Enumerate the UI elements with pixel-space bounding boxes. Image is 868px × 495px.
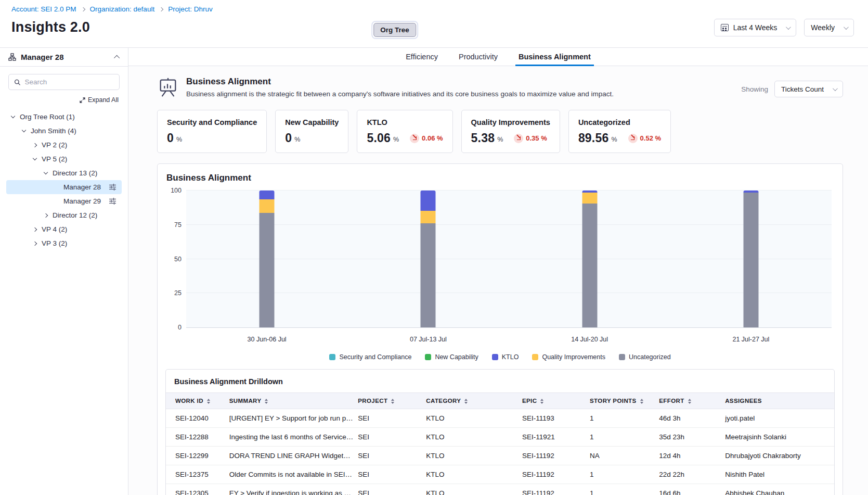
breadcrumb-link[interactable]: Account: SEI 2.0 PM [11,5,76,13]
drilldown-title: Business Alignment Drilldown [166,370,834,392]
sort-icon[interactable] [688,399,691,404]
legend-item-quality-improvements[interactable]: Quality Improvements [532,353,605,361]
bar-segment-quality-improvements[interactable] [260,199,275,213]
tree-item-label: Director 12 (2) [53,211,97,219]
gridline [186,293,832,293]
org-tree: Org Tree Root (1)John Smith (4)VP 2 (2)V… [0,110,128,250]
business-alignment-content: Business Alignment Business alignment is… [128,66,868,495]
column-header-assignees: Assignees [725,393,834,409]
cell-story-points: 1 [590,484,659,495]
bar-segment-ktlo[interactable] [421,191,436,211]
table-row[interactable]: SEI-12299DORA TREND LINE GRAPH Widgets i… [166,447,834,465]
breadcrumb-separator-icon [159,7,163,11]
org-tree-button[interactable]: Org Tree [373,23,416,37]
filter-settings-icon[interactable] [109,197,116,207]
sort-icon[interactable] [391,399,394,404]
metric-card-title: Uncategorized [578,118,661,126]
bar-segment-quality-improvements[interactable] [421,211,436,223]
table-row[interactable]: SEI-12288Ingesting the last 6 months of … [166,428,834,447]
breadcrumb-link[interactable]: Project: Dhruv [168,5,213,13]
column-header-summary[interactable]: Summary [229,393,358,409]
trend-down-icon [514,134,523,143]
column-header-work-id[interactable]: Work ID [166,393,229,409]
metric-cards: Security and Compliance0%New Capability0… [157,110,843,153]
column-header-project[interactable]: Project [358,393,426,409]
tree-collapse-chevron-icon[interactable] [22,128,26,132]
tree-item-label: John Smith (4) [31,127,76,135]
sidebar-header[interactable]: Manager 28 [0,48,128,67]
sidebar-item-vp-5-2[interactable]: VP 5 (2) [6,152,122,166]
legend-item-ktlo[interactable]: KTLO [492,353,519,361]
date-range-select[interactable]: Last 4 Weeks [714,19,797,36]
table-row[interactable]: SEI-12375Older Commits is not available … [166,465,834,484]
tree-expand-chevron-icon[interactable] [33,227,37,231]
tree-collapse-chevron-icon[interactable] [33,156,37,160]
column-header-story-points[interactable]: Story Points [590,393,659,409]
tree-expand-chevron-icon[interactable] [44,213,48,217]
table-row[interactable]: SEI-12040[URGENT] EY > Support for job r… [166,409,834,428]
stacked-bar-07-jul-13-jul[interactable] [421,191,436,327]
tree-item-label: Manager 29 [63,197,101,205]
expand-all-link[interactable]: Expand All [80,96,119,104]
metric-card-title: Quality Improvements [471,118,550,126]
sidebar-item-john-smith-4[interactable]: John Smith (4) [6,124,122,138]
search-input[interactable] [25,78,114,86]
tree-spacer [55,186,58,189]
tab-efficiency[interactable]: Efficiency [405,48,439,66]
sidebar-item-manager-29[interactable]: Manager 29 [6,194,122,208]
tree-collapse-chevron-icon[interactable] [11,114,15,118]
tree-collapse-chevron-icon[interactable] [44,170,48,174]
bar-segment-quality-improvements[interactable] [582,193,597,204]
sidebar-item-org-tree-root-1[interactable]: Org Tree Root (1) [6,110,122,124]
legend-swatch [329,354,335,360]
breadcrumb-link[interactable]: Organization: default [90,5,155,13]
tree-expand-chevron-icon[interactable] [33,143,37,147]
sort-icon[interactable] [464,399,468,404]
stacked-bar-30-jun-06-jul[interactable] [260,191,275,327]
insight-tabs: EfficiencyProductivityBusiness Alignment [128,48,868,66]
legend-item-security-and-compliance[interactable]: Security and Compliance [329,353,411,361]
tab-productivity[interactable]: Productivity [458,48,499,66]
interval-select[interactable]: Weekly [804,19,854,36]
sort-icon[interactable] [207,399,210,404]
metric-card-value: 0 [285,131,292,145]
sidebar-item-director-12-2[interactable]: Director 12 (2) [6,208,122,222]
stacked-bar-14-jul-20-jul[interactable] [582,191,597,327]
sort-icon[interactable] [640,399,643,404]
column-header-effort[interactable]: Effort [659,393,725,409]
legend-label: New Capability [435,353,478,361]
filter-settings-icon[interactable] [109,183,116,193]
sidebar-item-vp-3-2[interactable]: VP 3 (2) [6,236,122,250]
bar-segment-uncategorized[interactable] [421,223,436,327]
collapse-chevron-icon[interactable] [114,55,120,60]
tree-item-label: VP 5 (2) [42,155,67,163]
tab-business-alignment[interactable]: Business Alignment [517,48,592,66]
tree-item-label: VP 3 (2) [42,239,67,247]
cell-work-id: SEI-12299 [166,447,229,465]
column-header-category[interactable]: Category [426,393,522,409]
showing-select[interactable]: Tickets Count [774,81,843,97]
sort-icon[interactable] [265,399,268,404]
sidebar-item-manager-28[interactable]: Manager 28 [6,180,122,194]
table-row[interactable]: SEI-12305EY > Verify if ingestion is wor… [166,484,834,495]
bar-segment-uncategorized[interactable] [260,213,275,327]
top-header: Account: SEI 2.0 PMOrganization: default… [0,0,868,48]
bar-segment-uncategorized[interactable] [743,193,758,327]
drilldown-body: SEI-12040[URGENT] EY > Support for job r… [166,409,834,495]
bar-segment-ktlo[interactable] [260,191,275,199]
cell-assignees: Abhishek Chauhan [725,484,834,495]
sidebar-item-vp-2-2[interactable]: VP 2 (2) [6,138,122,152]
bar-segment-uncategorized[interactable] [582,204,597,327]
sidebar-item-director-13-2[interactable]: Director 13 (2) [6,166,122,180]
sort-icon[interactable] [540,399,543,404]
tree-expand-chevron-icon[interactable] [33,241,37,245]
cell-summary: Ingesting the last 6 months of ServiceN.… [229,428,358,447]
sidebar-item-vp-4-2[interactable]: VP 4 (2) [6,222,122,236]
legend-item-uncategorized[interactable]: Uncategorized [619,353,671,361]
cell-epic: SEI-11192 [522,484,590,495]
cell-epic: SEI-11193 [522,409,590,428]
legend-item-new-capability[interactable]: New Capability [425,353,478,361]
breadcrumb-separator-icon [81,7,85,11]
column-header-epic[interactable]: Epic [522,393,590,409]
stacked-bar-21-jul-27-jul[interactable] [743,191,758,327]
